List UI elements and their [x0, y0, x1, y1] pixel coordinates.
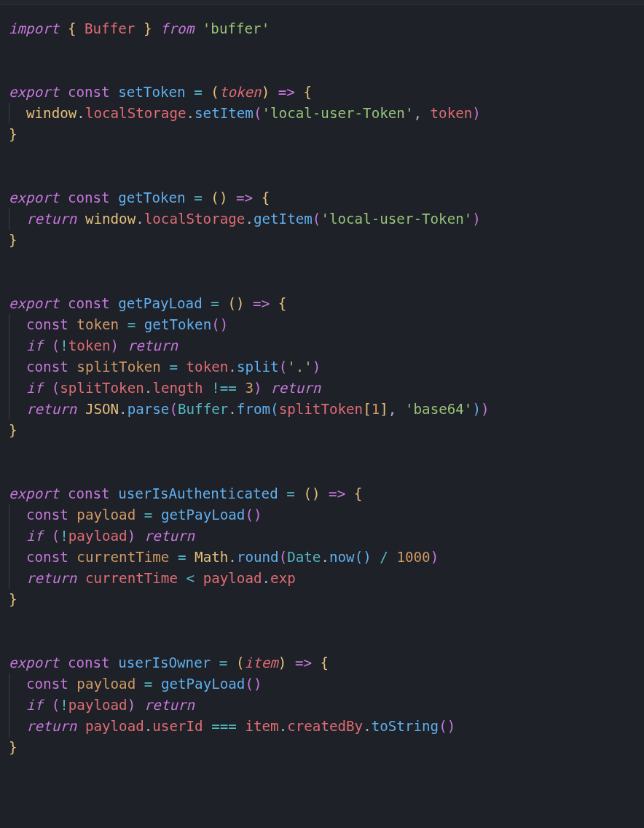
code-line: export const getPayLoad = () => {	[9, 295, 286, 312]
code-line: if (!payload) return	[9, 528, 195, 544]
fn-userIsOwner: userIsOwner	[118, 655, 211, 671]
code-line: if (!payload) return	[9, 697, 195, 714]
code-line: }	[9, 591, 17, 608]
code-line: return JSON.parse(Buffer.from(splitToken…	[9, 401, 490, 418]
code-line: const payload = getPayLoad()	[9, 676, 262, 692]
code-line: }	[9, 126, 17, 143]
code-line: return currentTime < payload.exp	[9, 570, 296, 587]
code-line: import { Buffer } from 'buffer'	[9, 20, 270, 37]
code-line: export const getToken = () => {	[9, 190, 270, 206]
code-line: const currentTime = Math.round(Date.now(…	[9, 549, 439, 566]
code-line: return payload.userId === item.createdBy…	[9, 718, 455, 735]
code-line: }	[9, 232, 17, 249]
code-line: if (splitToken.length !== 3) return	[9, 380, 321, 397]
keyword-from: from	[160, 20, 194, 37]
code-editor[interactable]: import { Buffer } from 'buffer' export c…	[0, 5, 644, 767]
editor-top-border	[0, 0, 644, 5]
code-line: return window.localStorage.getItem('loca…	[9, 211, 481, 227]
fn-setToken: setToken	[118, 84, 185, 101]
code-line: const payload = getPayLoad()	[9, 507, 262, 523]
code-line: const splitToken = token.split('.')	[9, 359, 321, 375]
code-line: export const userIsAuthenticated = () =>…	[9, 485, 362, 502]
string-buffer: 'buffer'	[203, 20, 270, 37]
code-line: window.localStorage.setItem('local-user-…	[9, 105, 481, 122]
code-line: if (!token) return	[9, 337, 178, 354]
code-line: export const userIsOwner = (item) => {	[9, 655, 329, 671]
code-line: }	[9, 422, 17, 439]
code-line: const token = getToken()	[9, 316, 228, 333]
keyword-import: import	[9, 20, 59, 37]
identifier-buffer: Buffer	[85, 20, 135, 37]
fn-userIsAuthenticated: userIsAuthenticated	[118, 485, 278, 502]
fn-getPayLoad: getPayLoad	[118, 295, 203, 312]
fn-getToken: getToken	[118, 190, 185, 206]
code-line: export const setToken = (token) => {	[9, 84, 312, 101]
code-line: }	[9, 739, 17, 756]
